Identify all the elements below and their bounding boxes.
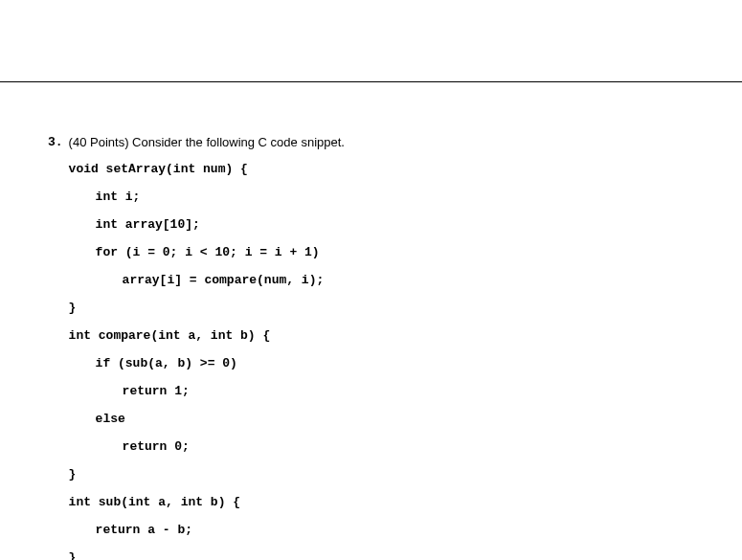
question-prompt: (40 Points) Consider the following C cod… xyxy=(69,135,694,149)
question-number: 3. xyxy=(48,135,63,149)
code-line: return 1; xyxy=(69,385,694,397)
code-line: for (i = 0; i < 10; i = i + 1) xyxy=(69,246,694,258)
code-line: array[i] = compare(num, i); xyxy=(69,274,694,286)
code-line: int array[10]; xyxy=(69,218,694,231)
code-line: } xyxy=(69,468,694,481)
code-line: if (sub(a, b) >= 0) xyxy=(69,357,694,370)
code-snippet: void setArray(int num) { int i; int arra… xyxy=(69,163,694,560)
question-block: 3. (40 Points) Consider the following C … xyxy=(48,135,694,560)
code-line: else xyxy=(69,413,694,425)
code-line: void setArray(int num) { xyxy=(69,163,694,175)
code-line: } xyxy=(69,551,694,560)
code-line: return a - b; xyxy=(69,524,694,536)
code-line: int compare(int a, int b) { xyxy=(69,329,694,342)
code-line: int i; xyxy=(69,190,694,203)
horizontal-rule xyxy=(0,81,742,82)
code-line: int sub(int a, int b) { xyxy=(69,496,694,508)
question-body: (40 Points) Consider the following C cod… xyxy=(69,135,694,560)
code-line: return 0; xyxy=(69,440,694,453)
code-line: } xyxy=(69,302,694,314)
